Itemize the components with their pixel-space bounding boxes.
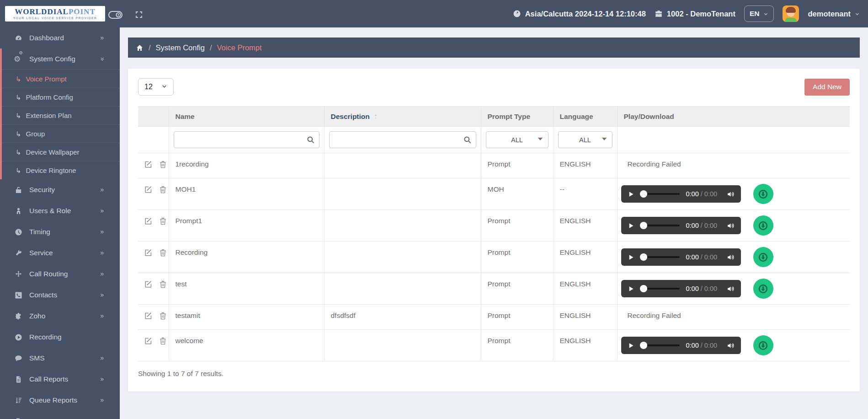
sidebar-subitem-device-wallpaper[interactable]: ↳ Device Wallpaper (0, 143, 120, 161)
avatar[interactable] (783, 5, 799, 22)
seek-knob[interactable] (640, 222, 647, 229)
sidebar-item-zoho[interactable]: Zoho» (0, 306, 120, 327)
seek-knob[interactable] (640, 190, 647, 198)
edit-button[interactable] (144, 248, 153, 257)
volume-button[interactable] (727, 342, 735, 349)
language-filter-select[interactable]: ALL (558, 131, 612, 148)
chevron-right-icon: » (100, 186, 104, 194)
chevron-right-icon: » (100, 207, 104, 215)
audio-player[interactable]: 0:00 / 0:00 (621, 280, 741, 297)
time-display: 0:00 / 0:00 (686, 285, 718, 292)
column-header-description[interactable]: Description (324, 107, 481, 127)
audio-player[interactable]: 0:00 / 0:00 (621, 185, 741, 203)
download-button[interactable] (753, 247, 773, 267)
name-filter-input[interactable] (174, 131, 320, 148)
delete-button[interactable] (159, 280, 167, 289)
play-button[interactable] (628, 222, 634, 229)
sidebar-item-partial[interactable] (0, 411, 120, 419)
play-button[interactable] (628, 342, 634, 349)
sidebar-subitem-device-ringtone[interactable]: ↳ Device Ringtone (0, 161, 120, 179)
sidebar-subitem-group[interactable]: ↳ Group (0, 124, 120, 143)
prompt-type-filter-select[interactable]: ALL (486, 131, 548, 148)
edit-button[interactable] (144, 160, 153, 169)
seek-slider[interactable] (641, 193, 680, 195)
edit-button[interactable] (144, 280, 153, 289)
play-button[interactable] (628, 285, 634, 292)
volume-button[interactable] (727, 222, 735, 230)
description-filter-input[interactable] (329, 131, 476, 148)
delete-button[interactable] (159, 312, 167, 320)
volume-button[interactable] (727, 253, 735, 261)
column-header-label: Prompt Type (488, 113, 531, 120)
sidebar-item-recording[interactable]: Recording (0, 327, 120, 348)
cell-actions (138, 330, 169, 361)
voice-prompt-card: 12 Add New Name Description Prompt Type … (128, 69, 860, 392)
sidebar-item-label: Security (29, 186, 55, 194)
download-button[interactable] (753, 279, 773, 299)
sidebar-item-label: Call Routing (29, 270, 68, 278)
add-new-button[interactable]: Add New (804, 79, 850, 96)
document-icon (13, 376, 23, 383)
cell-description (324, 210, 481, 242)
edit-button[interactable] (144, 337, 153, 345)
tenant-info[interactable]: 1002 - DemoTenant (655, 10, 735, 18)
page-size-select[interactable]: 12 (138, 78, 174, 96)
column-header-actions (138, 107, 169, 127)
delete-button[interactable] (159, 337, 167, 345)
breadcrumb-section[interactable]: System Config (156, 43, 205, 52)
edit-button[interactable] (144, 185, 153, 194)
wrench-icon (13, 249, 23, 257)
audio-player[interactable]: 0:00 / 0:00 (621, 337, 741, 354)
sidebar-item-sms[interactable]: SMS» (0, 348, 120, 369)
sidebar-item-timing[interactable]: Timing» (0, 221, 120, 242)
cell-prompt-type: Prompt (481, 305, 553, 330)
cell-language: ENGLISH (553, 153, 617, 178)
username: demotenant (808, 10, 851, 18)
sidebar-item-call-routing[interactable]: Call Routing» (0, 263, 120, 285)
audio-player[interactable]: 0:00 / 0:00 (621, 217, 741, 234)
seek-knob[interactable] (640, 285, 647, 292)
sidebar-item-dashboard[interactable]: Dashboard» (0, 27, 120, 48)
sidebar-item-queue-reports[interactable]: Queue Reports» (0, 390, 120, 411)
sidebar-toggle-icon[interactable] (108, 10, 123, 20)
sidebar-item-contacts[interactable]: Contacts» (0, 285, 120, 306)
delete-button[interactable] (159, 185, 167, 194)
play-button[interactable] (628, 254, 634, 261)
seek-knob[interactable] (640, 253, 647, 261)
gauge-icon (13, 34, 23, 42)
sidebar-item-label: Contacts (29, 291, 57, 299)
sidebar-subitem-voice-prompt[interactable]: ↳ Voice Prompt (0, 70, 120, 88)
volume-button[interactable] (727, 285, 735, 293)
sidebar-subitem-platform-config[interactable]: ↳ Platform Config (0, 88, 120, 106)
sidebar-item-call-reports[interactable]: Call Reports» (0, 369, 120, 390)
fullscreen-icon[interactable] (135, 11, 143, 19)
user-menu[interactable]: demotenant (808, 10, 860, 18)
sidebar-item-service[interactable]: Service» (0, 242, 120, 263)
download-button[interactable] (753, 215, 773, 236)
delete-button[interactable] (159, 248, 167, 257)
language-select[interactable]: EN (744, 5, 774, 22)
table-row: welcome Prompt ENGLISH 0:00 / 0:00 (138, 330, 850, 361)
sidebar-item-security[interactable]: Security» (0, 179, 120, 200)
edit-button[interactable] (144, 217, 153, 226)
seek-slider[interactable] (641, 344, 680, 346)
chevron-expanded-icon: » (98, 57, 106, 61)
seek-knob[interactable] (640, 342, 647, 349)
seek-slider[interactable] (641, 225, 680, 226)
volume-button[interactable] (727, 190, 735, 198)
seek-slider[interactable] (641, 256, 680, 258)
delete-button[interactable] (159, 217, 167, 226)
filter-cell-name (169, 127, 324, 153)
audio-player[interactable]: 0:00 / 0:00 (621, 248, 741, 266)
sidebar-item-users-role[interactable]: Users & Role» (0, 200, 120, 221)
home-icon[interactable] (136, 44, 144, 52)
download-button[interactable] (753, 335, 773, 355)
edit-button[interactable] (144, 312, 153, 320)
seek-slider[interactable] (641, 288, 680, 290)
play-button[interactable] (628, 191, 634, 198)
search-icon (306, 135, 315, 146)
download-button[interactable] (753, 184, 773, 204)
sidebar-subitem-extension-plan[interactable]: ↳ Extension Plan (0, 106, 120, 124)
sidebar-item-system-config[interactable]: ⚙⚙System Config» (0, 48, 120, 70)
delete-button[interactable] (159, 160, 167, 169)
